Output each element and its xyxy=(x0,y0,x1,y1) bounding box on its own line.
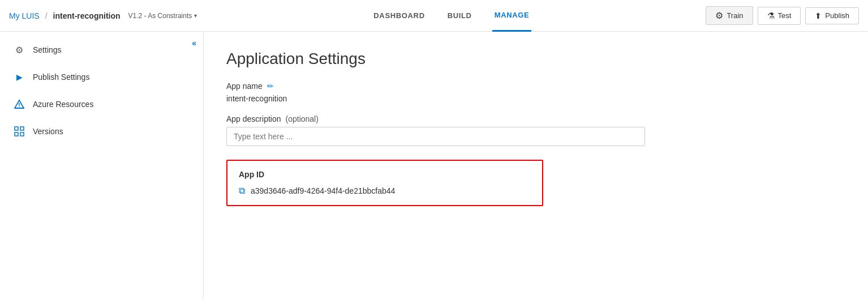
nav-separator: / xyxy=(45,11,48,20)
svg-rect-3 xyxy=(15,127,18,130)
sidebar-item-versions[interactable]: Versions xyxy=(0,118,203,145)
sidebar-item-settings[interactable]: ⚙ Settings xyxy=(0,36,203,63)
app-description-label: App description (optional) xyxy=(226,114,845,123)
my-luis-link[interactable]: My LUIS xyxy=(9,11,40,20)
tab-manage[interactable]: MANAGE xyxy=(492,0,532,32)
version-badge[interactable]: V1.2 - As Constraints ▾ xyxy=(128,12,197,20)
versions-icon xyxy=(14,126,25,137)
sidebar-item-label: Azure Resources xyxy=(33,100,93,109)
gear-icon: ⚙ xyxy=(14,44,25,55)
publish-button[interactable]: ⬆ Publish xyxy=(805,7,859,24)
svg-rect-6 xyxy=(20,133,24,136)
train-label: Train xyxy=(727,11,743,20)
body-layout: « ⚙ Settings ▶ Publish Settings Azure Re… xyxy=(0,32,868,299)
edit-icon[interactable]: ✏ xyxy=(267,82,274,91)
main-content: Application Settings App name ✏ intent-r… xyxy=(204,32,868,299)
tab-build[interactable]: BUILD xyxy=(445,0,474,32)
sidebar-item-publish-settings[interactable]: ▶ Publish Settings xyxy=(0,63,203,91)
test-button[interactable]: ⚗ Test xyxy=(758,7,801,25)
train-button[interactable]: ⚙ Train xyxy=(706,6,753,25)
svg-rect-5 xyxy=(15,133,18,136)
test-label: Test xyxy=(778,11,792,20)
flask-icon: ⚗ xyxy=(767,11,775,21)
publish-icon: ⬆ xyxy=(815,11,822,20)
svg-point-2 xyxy=(19,106,20,108)
gear-spin-icon: ⚙ xyxy=(715,10,723,21)
nav-brand: My LUIS / intent-recognition V1.2 - As C… xyxy=(9,11,197,20)
sidebar-item-azure-resources[interactable]: Azure Resources xyxy=(0,91,203,118)
nav-center: DASHBOARD BUILD MANAGE xyxy=(197,0,706,32)
app-id-section: App ID ⧉ a39d3646-adf9-4264-94f4-de21bbc… xyxy=(226,160,543,206)
svg-rect-4 xyxy=(20,127,24,130)
sidebar-item-label: Publish Settings xyxy=(33,72,89,82)
app-id-text: a39d3646-adf9-4264-94f4-de21bbcfab44 xyxy=(251,186,395,195)
app-name-nav: intent-recognition xyxy=(53,11,121,20)
app-description-input[interactable] xyxy=(226,127,645,146)
tab-dashboard[interactable]: DASHBOARD xyxy=(371,0,427,32)
app-name-section: App name ✏ intent-recognition xyxy=(226,82,845,103)
sidebar-item-label: Settings xyxy=(33,45,62,54)
copy-icon[interactable]: ⧉ xyxy=(239,186,245,196)
app-id-label: App ID xyxy=(239,170,531,179)
page-title: Application Settings xyxy=(226,50,845,68)
app-name-value: intent-recognition xyxy=(226,94,845,103)
play-icon: ▶ xyxy=(14,71,25,83)
nav-right: ⚙ Train ⚗ Test ⬆ Publish xyxy=(706,6,859,25)
app-description-section: App description (optional) xyxy=(226,114,845,146)
sidebar-item-label: Versions xyxy=(33,127,63,136)
top-nav: My LUIS / intent-recognition V1.2 - As C… xyxy=(0,0,868,32)
collapse-button[interactable]: « xyxy=(192,39,196,48)
version-label: V1.2 - As Constraints xyxy=(128,12,192,20)
app-name-label: App name ✏ xyxy=(226,82,845,91)
optional-label: (optional) xyxy=(286,114,319,123)
publish-label: Publish xyxy=(825,11,849,20)
azure-icon xyxy=(14,99,25,110)
sidebar: « ⚙ Settings ▶ Publish Settings Azure Re… xyxy=(0,32,204,299)
app-id-value: ⧉ a39d3646-adf9-4264-94f4-de21bbcfab44 xyxy=(239,186,531,196)
